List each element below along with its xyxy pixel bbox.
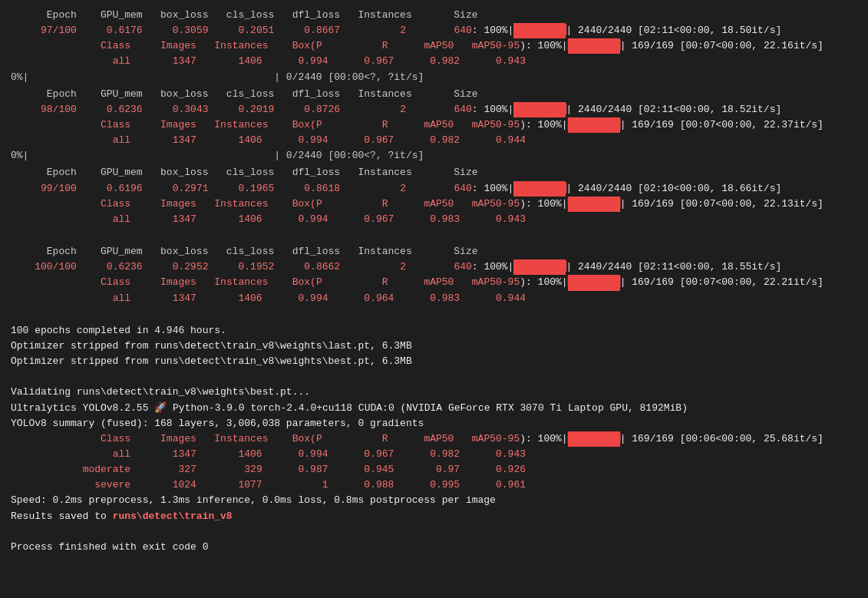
epoch-header-98: Epoch GPU_mem box_loss cls_loss dfl_loss…: [11, 87, 868, 102]
blank-line-3: [11, 524, 868, 540]
completion-line: 100 epochs completed in 4.946 hours.: [11, 323, 868, 339]
validating-line: Validating runs\detect\train_v8\weights\…: [11, 385, 868, 400]
ultralytics-line: Ultralytics YOLOv8.2.55 🚀 Python-3.9.0 t…: [11, 401, 868, 416]
terminal: Epoch GPU_mem box_loss cls_loss dfl_loss…: [11, 8, 868, 598]
yolov8-summary-line: YOLOv8 summary (fused): 168 layers, 3,00…: [11, 416, 868, 431]
epoch-val-all-99: all 1347 1406 0.994 0.967 0.983 0.943: [11, 212, 868, 227]
epoch-val-header-99: Class Images Instances Box(P R mAP50 mAP…: [11, 197, 868, 212]
epoch-train-100: 100/100 0.6236 0.2952 0.1952 0.8662 2 64…: [11, 259, 868, 275]
epoch-header-97: Epoch GPU_mem box_loss cls_loss dfl_loss…: [11, 8, 868, 23]
epoch-train-97: 97/100 0.6176 0.3059 0.2051 0.8667 2 640…: [11, 23, 868, 38]
epoch-97-section: Epoch GPU_mem box_loss cls_loss dfl_loss…: [11, 8, 868, 85]
final-val-header: Class Images Instances Box(P R mAP50 mAP…: [11, 431, 868, 447]
epoch-spacer-99: [11, 227, 868, 243]
blank-line-2: [11, 369, 868, 385]
epoch-progress-97: 0%| | 0/2440 [00:00<?, ?it/s]: [11, 70, 868, 85]
epoch-val-header-97: Class Images Instances Box(P R mAP50 mAP…: [11, 38, 868, 54]
epoch-val-all-97: all 1347 1406 0.994 0.967 0.982 0.943: [11, 54, 868, 69]
epoch-val-header-100: Class Images Instances Box(P R mAP50 mAP…: [11, 275, 868, 290]
final-val-severe: severe 1024 1077 1 0.988 0.995 0.961: [11, 477, 868, 493]
epoch-99-section: Epoch GPU_mem box_loss cls_loss dfl_loss…: [11, 165, 868, 243]
epoch-100-section: Epoch GPU_mem box_loss cls_loss dfl_loss…: [11, 244, 868, 306]
epoch-val-all-98: all 1347 1406 0.994 0.967 0.982 0.944: [11, 133, 868, 148]
epoch-98-section: Epoch GPU_mem box_loss cls_loss dfl_loss…: [11, 87, 868, 164]
optimizer-best-line: Optimizer stripped from runs\detect\trai…: [11, 354, 868, 369]
blank-line-1: [11, 308, 868, 323]
results-line: Results saved to runs\detect\train_v8: [11, 509, 868, 524]
epoch-train-99: 99/100 0.6196 0.2971 0.1965 0.8618 2 640…: [11, 181, 868, 197]
epoch-header-100: Epoch GPU_mem box_loss cls_loss dfl_loss…: [11, 244, 868, 259]
final-val-all: all 1347 1406 0.994 0.967 0.982 0.943: [11, 447, 868, 462]
final-val-moderate: moderate 327 329 0.987 0.945 0.97 0.926: [11, 462, 868, 477]
epoch-progress-98: 0%| | 0/2440 [00:00<?, ?it/s]: [11, 148, 868, 164]
epoch-header-99: Epoch GPU_mem box_loss cls_loss dfl_loss…: [11, 165, 868, 180]
optimizer-last-line: Optimizer stripped from runs\detect\trai…: [11, 339, 868, 354]
process-exit-line: Process finished with exit code 0: [11, 540, 868, 555]
epoch-val-all-100: all 1347 1406 0.994 0.964 0.983 0.944: [11, 291, 868, 306]
epoch-val-header-98: Class Images Instances Box(P R mAP50 mAP…: [11, 117, 868, 133]
speed-line: Speed: 0.2ms preprocess, 1.3ms inference…: [11, 493, 868, 508]
epoch-train-98: 98/100 0.6236 0.3043 0.2019 0.8726 2 640…: [11, 102, 868, 117]
